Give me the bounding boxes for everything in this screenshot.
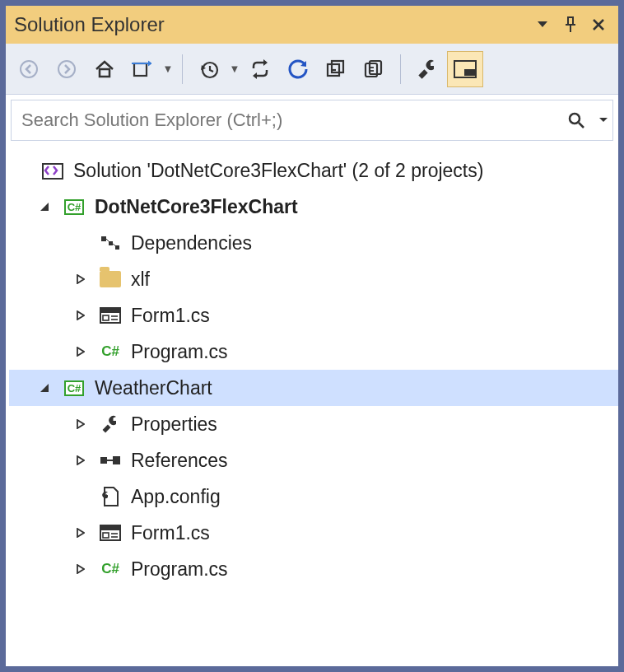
- chevron-down-icon[interactable]: [594, 104, 612, 137]
- file-node[interactable]: C# Program.cs: [9, 551, 618, 587]
- panel-title: Solution Explorer: [14, 13, 526, 36]
- file-node[interactable]: C# Program.cs: [9, 334, 618, 370]
- references-icon: [98, 450, 123, 471]
- solution-icon: [40, 160, 65, 181]
- tree-item-label: References: [131, 450, 618, 472]
- tree-item-label: Form1.cs: [131, 522, 618, 544]
- sync-icon[interactable]: [242, 51, 278, 87]
- expander-closed-icon[interactable]: [72, 560, 90, 578]
- svg-rect-35: [100, 457, 107, 464]
- csharp-project-icon: C#: [62, 377, 86, 399]
- show-all-files-icon[interactable]: [356, 51, 392, 87]
- svg-rect-0: [568, 17, 573, 25]
- pin-icon[interactable]: [559, 13, 582, 36]
- search-input[interactable]: [12, 110, 558, 131]
- file-node[interactable]: App.config: [9, 478, 618, 515]
- toolbar: ▼ ▼: [6, 44, 618, 95]
- expander-open-icon[interactable]: [35, 379, 54, 397]
- back-icon[interactable]: [11, 51, 47, 87]
- csharp-file-icon: C#: [98, 558, 123, 580]
- dependencies-icon: [98, 232, 123, 254]
- expander-closed-icon[interactable]: [72, 524, 90, 542]
- form-icon: [98, 522, 123, 544]
- svg-rect-40: [100, 525, 120, 530]
- search-icon[interactable]: [558, 104, 594, 137]
- svg-point-21: [570, 114, 580, 124]
- svg-rect-18: [418, 69, 427, 78]
- window-menu-icon[interactable]: [531, 13, 554, 36]
- chevron-down-icon[interactable]: ▼: [229, 63, 240, 75]
- tree-item-label: App.config: [131, 486, 618, 508]
- solution-tree[interactable]: Solution 'DotNetCore3FlexChart' (2 of 2 …: [6, 146, 618, 666]
- expander-closed-icon[interactable]: [72, 415, 90, 433]
- svg-rect-34: [103, 425, 111, 433]
- svg-rect-24: [101, 236, 106, 241]
- references-node[interactable]: References: [9, 442, 618, 478]
- folder-node[interactable]: xlf: [9, 261, 618, 297]
- project-node[interactable]: C# DotNetCore3FlexChart: [9, 189, 618, 225]
- expander-open-icon[interactable]: [35, 198, 54, 216]
- svg-rect-8: [134, 63, 147, 76]
- svg-rect-41: [103, 533, 109, 538]
- svg-rect-20: [464, 69, 475, 76]
- switch-view-icon[interactable]: [124, 51, 161, 87]
- svg-line-27: [106, 239, 110, 243]
- wrench-icon: [98, 413, 123, 435]
- properties-node[interactable]: Properties: [9, 406, 618, 442]
- project-label: WeatherChart: [95, 377, 618, 399]
- form-icon: [98, 305, 123, 326]
- file-node[interactable]: Form1.cs: [9, 515, 618, 551]
- refresh-icon[interactable]: [280, 51, 316, 87]
- svg-point-5: [21, 61, 37, 77]
- tree-item-label: Properties: [131, 413, 618, 436]
- csharp-project-icon: C#: [62, 196, 86, 217]
- config-file-icon: [98, 486, 123, 507]
- csharp-file-icon: C#: [98, 341, 123, 362]
- search-bar: [11, 100, 613, 141]
- expander-closed-icon[interactable]: [72, 306, 90, 324]
- svg-line-22: [579, 123, 584, 128]
- svg-rect-31: [103, 315, 109, 320]
- collapse-all-icon[interactable]: [318, 51, 354, 87]
- preview-icon[interactable]: [447, 51, 483, 87]
- history-icon[interactable]: [191, 51, 227, 87]
- forward-icon[interactable]: [49, 51, 85, 87]
- expander-closed-icon[interactable]: [72, 343, 90, 361]
- expander-closed-icon[interactable]: [72, 270, 90, 288]
- tree-item-label: Program.cs: [131, 558, 618, 581]
- folder-icon: [98, 268, 123, 290]
- properties-icon[interactable]: [409, 51, 445, 87]
- svg-rect-37: [113, 456, 120, 464]
- project-label: DotNetCore3FlexChart: [95, 196, 618, 218]
- close-icon[interactable]: [587, 13, 610, 36]
- svg-rect-7: [100, 69, 109, 77]
- solution-label: Solution 'DotNetCore3FlexChart' (2 of 2 …: [73, 160, 618, 182]
- chevron-down-icon[interactable]: ▼: [162, 63, 174, 75]
- solution-node[interactable]: Solution 'DotNetCore3FlexChart' (2 of 2 …: [9, 152, 618, 189]
- svg-rect-30: [100, 308, 120, 313]
- tree-item-label: xlf: [131, 268, 618, 291]
- project-node[interactable]: C# WeatherChart: [9, 370, 618, 406]
- tree-item-label: Dependencies: [131, 232, 618, 254]
- tree-item-label: Program.cs: [131, 341, 618, 363]
- file-node[interactable]: Form1.cs: [9, 297, 618, 334]
- dependencies-node[interactable]: Dependencies: [9, 225, 618, 261]
- solution-explorer-panel: Solution Explorer ▼ ▼: [5, 5, 619, 667]
- svg-point-6: [58, 61, 75, 77]
- titlebar: Solution Explorer: [6, 6, 618, 44]
- expander-closed-icon[interactable]: [72, 451, 90, 469]
- tree-item-label: Form1.cs: [131, 305, 618, 327]
- home-icon[interactable]: [86, 51, 123, 87]
